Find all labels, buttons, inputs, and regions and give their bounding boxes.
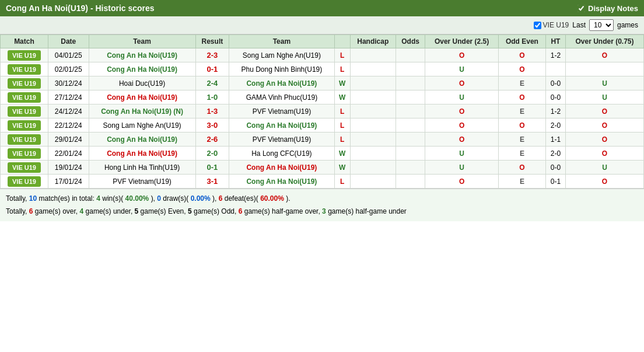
cell-ou25: O bbox=[425, 48, 499, 62]
match-badge: VIE U19 bbox=[8, 148, 41, 159]
cell-ou25: O bbox=[425, 133, 499, 147]
match-badge: VIE U19 bbox=[8, 162, 41, 173]
cell-team2: Cong An Ha Noi(U19) bbox=[229, 119, 335, 133]
cell-odds bbox=[396, 119, 425, 133]
match-badge: VIE U19 bbox=[8, 64, 41, 75]
cell-date: 02/01/25 bbox=[48, 62, 89, 76]
cell-result: 2-6 bbox=[195, 133, 229, 147]
league-filter[interactable]: VIE U19 bbox=[534, 21, 569, 29]
cell-ou075: O bbox=[566, 175, 644, 189]
cell-date: 24/12/24 bbox=[48, 104, 89, 119]
cell-wl: L bbox=[334, 119, 350, 133]
cell-ht: 1-2 bbox=[545, 48, 565, 62]
cell-team1: Hong Linh Ha Tinh(U19) bbox=[89, 161, 195, 175]
summary-line-1: Totally, 10 match(es) in total: 4 win(s)… bbox=[6, 193, 638, 205]
cell-date: 17/01/24 bbox=[48, 175, 89, 189]
games-select[interactable]: 10 20 30 50 bbox=[589, 19, 614, 31]
cell-result: 3-0 bbox=[195, 119, 229, 133]
cell-team2: PVF Vietnam(U19) bbox=[229, 104, 335, 119]
cell-odds bbox=[396, 133, 425, 147]
draws-count: 0 bbox=[157, 194, 161, 203]
cell-team2: GAMA Vinh Phuc(U19) bbox=[229, 90, 335, 104]
cell-match: VIE U19 bbox=[1, 175, 48, 189]
cell-ou075: O bbox=[566, 119, 644, 133]
cell-ou25: O bbox=[425, 104, 499, 119]
col-ht: HT bbox=[545, 35, 565, 48]
cell-result: 1-3 bbox=[195, 104, 229, 119]
cell-wl: W bbox=[334, 147, 350, 161]
col-handicap: Handicap bbox=[350, 35, 396, 48]
cell-ou075: U bbox=[566, 90, 644, 104]
table-row: VIE U19 24/12/24 Cong An Ha Noi(U19) (N)… bbox=[1, 104, 644, 119]
cell-ou075 bbox=[566, 62, 644, 76]
cell-ht: 1-2 bbox=[545, 104, 565, 119]
cell-date: 30/12/24 bbox=[48, 76, 89, 90]
cell-oe: E bbox=[499, 104, 546, 119]
cell-oe: E bbox=[499, 147, 546, 161]
cell-oe: E bbox=[499, 175, 546, 189]
cell-match: VIE U19 bbox=[1, 133, 48, 147]
cell-ou25: O bbox=[425, 119, 499, 133]
display-notes-checkbox[interactable] bbox=[578, 5, 585, 12]
league-checkbox[interactable] bbox=[534, 22, 541, 29]
col-result: Result bbox=[195, 35, 229, 48]
cell-ou075: O bbox=[566, 147, 644, 161]
cell-team1: Cong An Ha Noi(U19) bbox=[89, 48, 195, 62]
total-matches: 10 bbox=[29, 194, 37, 203]
cell-ht: 0-1 bbox=[545, 175, 565, 189]
cell-handicap bbox=[350, 48, 396, 62]
cell-match: VIE U19 bbox=[1, 161, 48, 175]
cell-ht: 0-0 bbox=[545, 90, 565, 104]
cell-match: VIE U19 bbox=[1, 48, 48, 62]
cell-wl: L bbox=[334, 104, 350, 119]
cell-match: VIE U19 bbox=[1, 147, 48, 161]
cell-ou25: O bbox=[425, 76, 499, 90]
draws-label: draw(s)( bbox=[163, 194, 188, 203]
cell-ou075: O bbox=[566, 104, 644, 119]
col-team2: Team bbox=[229, 35, 335, 48]
cell-ht: 1-1 bbox=[545, 133, 565, 147]
display-notes-toggle[interactable]: Display Notes bbox=[578, 4, 638, 13]
cell-odds bbox=[396, 161, 425, 175]
table-body: VIE U19 04/01/25 Cong An Ha Noi(U19) 2-3… bbox=[1, 48, 644, 189]
col-odds: Odds bbox=[396, 35, 425, 48]
cell-team1: PVF Vietnam(U19) bbox=[89, 175, 195, 189]
cell-oe: E bbox=[499, 76, 546, 90]
cell-result: 0-1 bbox=[195, 161, 229, 175]
summary-bar: Totally, 10 match(es) in total: 4 win(s)… bbox=[0, 189, 644, 221]
cell-ou075: U bbox=[566, 161, 644, 175]
summary-line-2: Totally, 6 game(s) over, 4 game(s) under… bbox=[6, 205, 638, 218]
cell-ht bbox=[545, 62, 565, 76]
defeats-close: ). bbox=[286, 194, 290, 203]
cell-handicap bbox=[350, 90, 396, 104]
display-notes-label: Display Notes bbox=[588, 4, 638, 13]
draws-close: ), bbox=[212, 194, 219, 203]
col-odd-even: Odd Even bbox=[499, 35, 546, 48]
table-row: VIE U19 04/01/25 Cong An Ha Noi(U19) 2-3… bbox=[1, 48, 644, 62]
cell-wl: L bbox=[334, 62, 350, 76]
cell-result: 2-4 bbox=[195, 76, 229, 90]
cell-ht: 0-0 bbox=[545, 161, 565, 175]
table-row: VIE U19 30/12/24 Hoai Duc(U19) 2-4 Cong … bbox=[1, 76, 644, 90]
cell-ou25: O bbox=[425, 175, 499, 189]
cell-date: 27/12/24 bbox=[48, 90, 89, 104]
cell-team1: Cong An Ha Noi(U19) bbox=[89, 147, 195, 161]
cell-handicap bbox=[350, 76, 396, 90]
col-match: Match bbox=[1, 35, 48, 48]
cell-odds bbox=[396, 90, 425, 104]
wins-close: ), bbox=[151, 194, 158, 203]
col-over-under-25: Over Under (2.5) bbox=[425, 35, 499, 48]
cell-team1: Song Lam Nghe An(U19) bbox=[89, 119, 195, 133]
cell-team2: Phu Dong Ninh Binh(U19) bbox=[229, 62, 335, 76]
cell-team2: Ha Long CFC(U19) bbox=[229, 147, 335, 161]
col-date: Date bbox=[48, 35, 89, 48]
league-label: VIE U19 bbox=[543, 21, 569, 29]
summary-prefix: Totally, bbox=[6, 194, 29, 203]
cell-ou25: U bbox=[425, 90, 499, 104]
cell-result: 2-3 bbox=[195, 48, 229, 62]
cell-result: 1-0 bbox=[195, 90, 229, 104]
table-row: VIE U19 19/01/24 Hong Linh Ha Tinh(U19) … bbox=[1, 161, 644, 175]
col-over-under-075: Over Under (0.75) bbox=[566, 35, 644, 48]
cell-date: 29/01/24 bbox=[48, 133, 89, 147]
cell-handicap bbox=[350, 62, 396, 76]
